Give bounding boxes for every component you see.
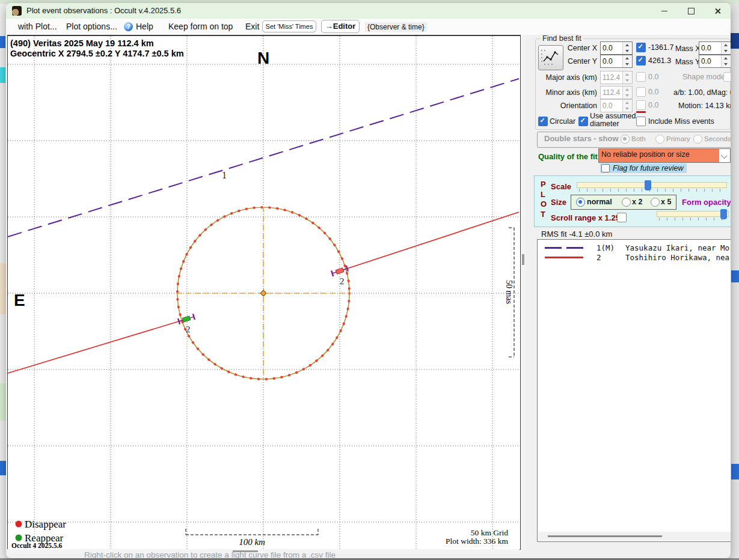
- spinner-arrows-icon[interactable]: [721, 42, 731, 54]
- mass-x-spinner[interactable]: 0.0: [699, 41, 731, 55]
- double-stars-title: Double stars - show: [544, 134, 619, 143]
- menu-help[interactable]: Help: [136, 22, 153, 31]
- flag-review-checkbox[interactable]: [601, 164, 610, 172]
- opacity-slider-ticks: [659, 218, 726, 221]
- menu-with-plot[interactable]: with Plot...: [18, 22, 57, 31]
- plot-header-line1: (490) Veritas 2025 May 19 112.4 km: [10, 38, 154, 48]
- north-label: N: [257, 49, 269, 67]
- plot-vertical-scrollbar[interactable]: [521, 35, 526, 549]
- double-secondary-label: Secondary: [704, 135, 731, 142]
- chord-2-label-disappear: 2: [340, 276, 345, 286]
- chord-2-label-reappear: 2: [186, 324, 191, 334]
- motion-text: Motion: 14.13 km/s: [678, 102, 731, 110]
- double-primary-label: Primary: [666, 135, 690, 142]
- circle-center-marker: [260, 290, 266, 296]
- plot-svg: 1 2 2 (490) Veritas 2025 May 19 112.4 km…: [8, 36, 520, 549]
- observer-row-1[interactable]: 1(M) Yasukazu Ikari, near Mo: [538, 243, 731, 253]
- quality-label: Quality of the fit: [538, 152, 598, 161]
- form-opacity-slider[interactable]: [657, 209, 729, 221]
- chevron-down-icon[interactable]: [719, 149, 730, 162]
- size-x2-label: x 2: [632, 198, 642, 206]
- close-button[interactable]: [704, 3, 731, 19]
- reappear-legend-dot: [16, 535, 22, 541]
- maximize-button[interactable]: [678, 3, 704, 19]
- center-x-spinner[interactable]: 0.0: [600, 41, 633, 55]
- use-assumed-diameter-checkbox[interactable]: [578, 117, 588, 126]
- title-bar[interactable]: Plot event observations : Occult v.4.202…: [6, 3, 731, 19]
- major-axis-spinner: 112.4: [600, 71, 633, 84]
- scale-slider-track[interactable]: [577, 182, 727, 188]
- use-assumed-diameter-label: Use assumed diameter: [590, 112, 637, 128]
- maximize-icon: [688, 8, 695, 14]
- minimize-button[interactable]: [651, 3, 678, 19]
- quality-dropdown[interactable]: No reliable position or size: [598, 148, 731, 163]
- center-y-value: 0.0: [601, 57, 622, 65]
- scroll-range-checkbox[interactable]: [617, 213, 627, 222]
- include-miss-events-checkbox[interactable]: [636, 117, 646, 126]
- mass-y-spinner[interactable]: 0.0: [699, 55, 731, 68]
- editor-button[interactable]: →Editor: [321, 20, 360, 33]
- help-icon[interactable]: [124, 22, 133, 31]
- chord-2-legend-line: [545, 257, 583, 258]
- scroll-range-label: Scroll range x 1.25: [551, 213, 620, 222]
- chord-1-miss-line[interactable]: [8, 79, 519, 237]
- spinner-arrows-icon[interactable]: [721, 55, 731, 67]
- opacity-slider-thumb[interactable]: [720, 209, 727, 219]
- orientation-value: 0.0: [601, 102, 622, 110]
- flag-review-container: Flag for future review: [600, 163, 687, 173]
- background-fragment: [0, 383, 6, 421]
- circular-label: Circular: [550, 117, 575, 126]
- ab-dmag-text: a/b: 1.00, dMag: 0.00: [673, 88, 731, 97]
- scale-slider[interactable]: [577, 180, 727, 192]
- plot-width-label: Plot width: 336 km: [446, 537, 508, 546]
- center-y-spinner[interactable]: 0.0: [600, 55, 633, 68]
- menu-keep-form-on-top[interactable]: Keep form on top: [168, 22, 233, 31]
- size-x5-radio[interactable]: [651, 198, 660, 207]
- spinner-arrows-icon[interactable]: [622, 55, 632, 67]
- observer-list-hscroll-thumb[interactable]: [548, 535, 662, 537]
- menu-exit[interactable]: Exit: [245, 22, 259, 31]
- size-label: Size: [551, 198, 566, 207]
- size-normal-label: normal: [587, 198, 612, 206]
- spinner-arrows-icon: [622, 72, 632, 84]
- center-x-fit-value: -1361.7: [648, 43, 673, 52]
- double-secondary-radio: [693, 135, 702, 144]
- disappear-legend-label: Disappear: [25, 519, 66, 530]
- center-y-fit-checkbox[interactable]: [636, 56, 646, 65]
- occult-plot-window: Plot event observations : Occult v.4.202…: [6, 3, 731, 558]
- double-both-label: Both: [631, 135, 646, 142]
- observer-row-2[interactable]: 2 Toshihiro Horikawa, nea: [538, 252, 731, 263]
- center-x-label: Center X: [556, 44, 597, 52]
- shape-model-checkbox: [723, 72, 731, 82]
- spinner-arrows-icon[interactable]: [622, 42, 632, 54]
- grid-spacing-label: 50 km Grid: [471, 528, 508, 537]
- size-radio-group: normal x 2 x 5: [571, 195, 676, 210]
- east-label: E: [14, 291, 25, 309]
- set-miss-times-button[interactable]: Set 'Miss' Times: [262, 20, 316, 32]
- plot-vscroll-thumb[interactable]: [522, 254, 524, 265]
- plot-controls-panel: PLOT Scale Size normal x 2 x 5 Form opac…: [534, 175, 731, 227]
- size-normal-radio[interactable]: [576, 198, 585, 207]
- menu-plot-options[interactable]: Plot options...: [66, 22, 117, 31]
- chord-2-line-left[interactable]: [8, 319, 186, 373]
- observer-list-hscrollbar[interactable]: [538, 532, 731, 541]
- opacity-slider-track[interactable]: [657, 211, 729, 217]
- minor-axis-label: Minor axis (km): [543, 88, 597, 97]
- occultation-plot-canvas[interactable]: 1 2 2 (490) Veritas 2025 May 19 112.4 km…: [7, 35, 521, 550]
- size-x2-radio[interactable]: [622, 198, 631, 207]
- rms-fit-text: RMS fit -4.1 ±0.0 km: [541, 230, 612, 239]
- observer-time-label[interactable]: {Observer & time}: [365, 22, 427, 32]
- minor-axis-value: 112.4: [601, 88, 622, 97]
- circular-checkbox[interactable]: [538, 117, 548, 126]
- mass-x-value: 0.0: [699, 44, 721, 52]
- double-both-radio: [621, 135, 630, 144]
- mass-x-label: Mass X: [675, 44, 701, 53]
- major-axis-label: Major axis (km): [543, 73, 597, 82]
- observer-2-number: 2: [596, 253, 601, 262]
- plot-panel-letters: PLOT: [541, 180, 548, 219]
- center-x-fit-checkbox[interactable]: [636, 43, 646, 52]
- observer-list[interactable]: 1(M) Yasukazu Ikari, near Mo 2 Toshihiro…: [537, 239, 731, 542]
- scale-slider-thumb[interactable]: [645, 180, 651, 190]
- chord-2-line-right[interactable]: [340, 212, 519, 271]
- minor-axis-fit-checkbox: [636, 87, 646, 97]
